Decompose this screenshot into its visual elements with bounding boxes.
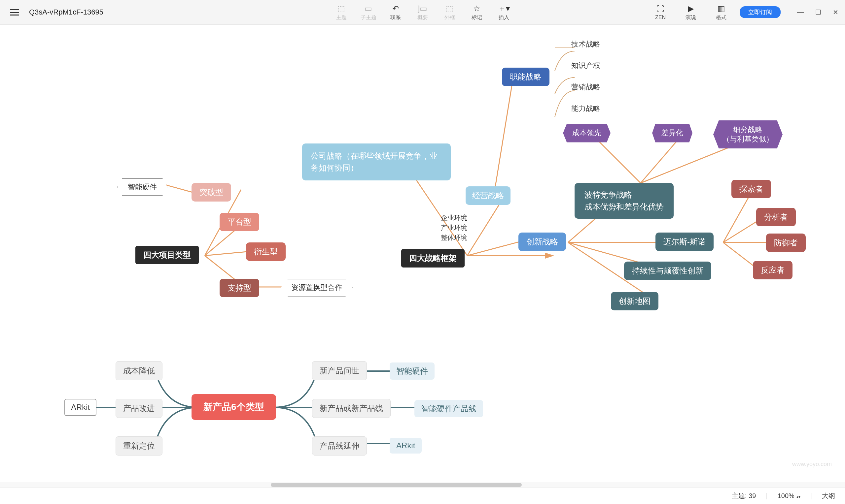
tag-arkit2[interactable]: ARkit xyxy=(390,438,422,453)
node-miles-snow[interactable]: 迈尔斯-斯诺 xyxy=(655,233,713,251)
node-new-product-types[interactable]: 新产品6个类型 xyxy=(191,394,276,420)
node-breakthrough[interactable]: 突破型 xyxy=(191,183,231,201)
node-explorer[interactable]: 探索者 xyxy=(731,180,771,198)
node-functional-strategy[interactable]: 职能战略 xyxy=(502,68,550,86)
topic-icon: ⬚ xyxy=(338,4,345,14)
node-defender[interactable]: 防御者 xyxy=(766,234,806,252)
node-new-product-launch[interactable]: 新产品问世 xyxy=(312,361,367,380)
scrollbar-thumb[interactable] xyxy=(271,483,522,487)
close-icon[interactable]: ✕ xyxy=(833,8,839,16)
env-labels: 企业环境 产业环境 整体环境 xyxy=(441,213,467,242)
tag-smart-hardware-line[interactable]: 智能硬件产品线 xyxy=(414,400,483,417)
boundary-icon: ⬚ xyxy=(446,4,453,14)
canvas[interactable]: 四大项目类型 突破型 平台型 衍生型 支持型 智能硬件 资源置换型合作 四大战略… xyxy=(0,25,845,487)
env-overall: 整体环境 xyxy=(441,233,467,242)
node-analyzer[interactable]: 分析者 xyxy=(756,208,796,226)
node-new-product-line[interactable]: 新产品或新产品线 xyxy=(312,399,391,418)
env-enterprise: 企业环境 xyxy=(441,213,467,223)
node-business-strategy[interactable]: 经营战略 xyxy=(466,186,511,205)
node-differentiation[interactable]: 差异化 xyxy=(652,124,692,143)
node-cost-reduction[interactable]: 成本降低 xyxy=(116,361,162,380)
node-ip[interactable]: 知识产权 xyxy=(571,59,600,72)
tag-arkit-left[interactable]: ARkit xyxy=(64,399,97,416)
toolbar-boundary: ⬚ 外框 xyxy=(438,4,462,21)
marker-icon: ☆ xyxy=(473,4,480,14)
watermark: www.yoyo.com xyxy=(792,461,832,468)
svg-line-4 xyxy=(165,185,195,193)
toolbar-subtopic: ▭ 子主题 xyxy=(357,4,380,21)
node-marketing-strategy[interactable]: 营销战略 xyxy=(571,81,600,93)
node-reactor[interactable]: 反应者 xyxy=(753,261,793,280)
svg-line-16 xyxy=(641,135,682,183)
topbar: Q3sA-vRpM1cF-13695 ⬚ 主题 ▭ 子主题 ↶ 联系 ]▭ 概要… xyxy=(0,0,845,25)
present-icon: ▶ xyxy=(688,4,694,14)
node-product-improvement[interactable]: 产品改进 xyxy=(116,399,162,418)
minimize-icon[interactable]: — xyxy=(797,8,804,16)
maximize-icon[interactable]: ☐ xyxy=(815,8,821,16)
node-tech-strategy[interactable]: 技术战略 xyxy=(571,38,600,51)
node-repositioning[interactable]: 重新定位 xyxy=(116,436,162,455)
node-innovation-strategy[interactable]: 创新战略 xyxy=(518,233,566,251)
svg-line-10 xyxy=(495,86,512,186)
node-company-strategy[interactable]: 公司战略（在哪些领域开展竞争，业务如何协同） xyxy=(302,143,451,180)
document-title: Q3sA-vRpM1cF-13695 xyxy=(29,8,103,17)
hamburger-icon[interactable] xyxy=(10,7,19,17)
node-sustaining-disruptive[interactable]: 持续性与颠覆性创新 xyxy=(624,262,711,280)
callout-smart-hardware[interactable]: 智能硬件 xyxy=(117,178,168,196)
statusbar: 主题: 39 | 100%▴▾ | 大纲 xyxy=(0,487,845,504)
node-porter[interactable]: 波特竞争战略 成本优势和差异化优势 xyxy=(574,183,674,219)
tag-smart-hardware2[interactable]: 智能硬件 xyxy=(390,362,434,380)
node-innovation-map[interactable]: 创新地图 xyxy=(611,292,658,310)
svg-line-17 xyxy=(641,145,735,183)
node-capability-strategy[interactable]: 能力战略 xyxy=(571,102,600,115)
node-cost-leadership[interactable]: 成本领先 xyxy=(563,124,610,143)
toolbar-marker[interactable]: ☆ 标记 xyxy=(465,4,489,21)
horizontal-scrollbar[interactable] xyxy=(0,482,845,487)
zoom-level[interactable]: 100%▴▾ xyxy=(778,492,800,500)
subscribe-button[interactable]: 立即订阅 xyxy=(740,6,781,18)
summary-icon: ]▭ xyxy=(418,4,428,14)
toolbar-format[interactable]: ▥ 格式 xyxy=(709,4,733,21)
zen-icon: ⛶ xyxy=(656,4,665,14)
node-derivative[interactable]: 衍生型 xyxy=(246,242,286,261)
node-platform[interactable]: 平台型 xyxy=(220,213,259,231)
toolbar-center: ⬚ 主题 ▭ 子主题 ↶ 联系 ]▭ 概要 ⬚ 外框 ☆ 标记 ＋▾ 插入 xyxy=(330,4,516,21)
outline-toggle[interactable]: 大纲 xyxy=(822,491,835,500)
svg-line-15 xyxy=(593,135,641,183)
callout-resource-exchange[interactable]: 资源置换型合作 xyxy=(281,279,353,296)
topic-count: 主题: 39 xyxy=(732,491,756,500)
toolbar-summary: ]▭ 概要 xyxy=(411,4,434,21)
node-line-extension[interactable]: 产品线延伸 xyxy=(312,436,367,455)
format-icon: ▥ xyxy=(718,4,725,14)
window-controls: — ☐ ✕ xyxy=(797,8,839,16)
toolbar-topic: ⬚ 主题 xyxy=(330,4,353,21)
node-strategy-frameworks[interactable]: 四大战略框架 xyxy=(401,249,465,268)
toolbar-present[interactable]: ▶ 演说 xyxy=(679,4,703,21)
node-project-types[interactable]: 四大项目类型 xyxy=(135,246,199,264)
toolbar-insert[interactable]: ＋▾ 插入 xyxy=(492,4,516,21)
toolbar-right: ⛶ ZEN ▶ 演说 ▥ 格式 立即订阅 — ☐ ✕ xyxy=(649,4,839,21)
subtopic-icon: ▭ xyxy=(365,4,372,14)
insert-icon: ＋▾ xyxy=(498,4,510,14)
node-segmentation[interactable]: 细分战略 （与利基类似） xyxy=(713,120,782,148)
node-support[interactable]: 支持型 xyxy=(220,279,259,297)
toolbar-relationship[interactable]: ↶ 联系 xyxy=(384,4,408,21)
env-industry: 产业环境 xyxy=(441,223,467,233)
zoom-spinner-icon[interactable]: ▴▾ xyxy=(796,494,800,499)
relationship-icon: ↶ xyxy=(392,4,399,14)
toolbar-zen[interactable]: ⛶ ZEN xyxy=(649,4,672,20)
